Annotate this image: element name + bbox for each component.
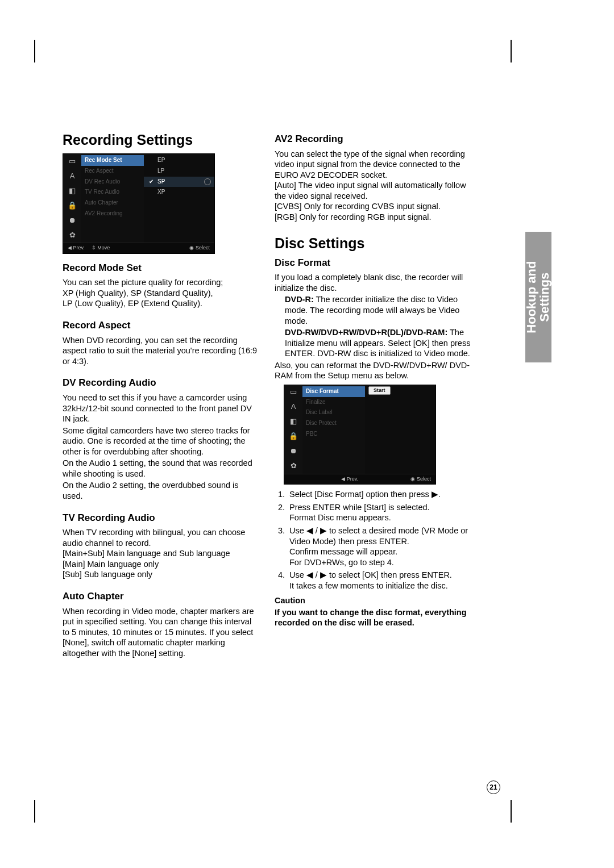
- heading-disc-format: Disc Format: [275, 257, 471, 269]
- osd-footer: ◀ Prev. ◉ Select: [284, 474, 435, 485]
- side-tab-line1: Hookup and: [525, 261, 539, 333]
- body-text: You can select the type of the signal wh…: [275, 149, 471, 181]
- osd-menu-item: Rec Mode Set: [81, 155, 144, 166]
- osd-hint-prev: ◀ Prev.: [341, 476, 358, 483]
- list-item: Select [Disc Format] option then press ▶…: [287, 489, 471, 500]
- osd-menu-item: Disc Label: [302, 407, 365, 418]
- osd-menu-item: AV2 Recording: [81, 208, 144, 219]
- body-text: [Main] Main language only: [63, 559, 259, 570]
- right-column: AV2 Recording You can select the type of…: [275, 131, 471, 660]
- osd-rec-mode-screenshot: ▭ A ◧ 🔒 ⏺ ✿ Rec Mode Set Rec Aspect DV R…: [63, 153, 215, 254]
- osd-option: LP: [144, 166, 214, 177]
- heading-record-aspect: Record Aspect: [63, 319, 259, 332]
- body-text: Also, you can reformat the DVD-RW/DVD+RW…: [275, 360, 471, 381]
- record-icon: ⏺: [67, 215, 77, 226]
- body-text: XP (High Quality), SP (Standard Quality)…: [63, 288, 259, 299]
- body-text: DVD-RW/DVD+RW/DVD+R(DL)/DVD-RAM: The Ini…: [275, 327, 471, 359]
- tv-icon: ▭: [288, 387, 298, 398]
- steps-list: Select [Disc Format] option then press ▶…: [275, 489, 471, 591]
- tv-icon: ▭: [67, 156, 77, 166]
- osd-menu-item: TV Rec Audio: [81, 187, 144, 198]
- list-item: Use ◀ / ▶ to select [OK] then press ENTE…: [287, 570, 471, 591]
- osd-menu-item: Disc Format: [302, 386, 365, 397]
- label-dvd-r: DVD-R:: [285, 295, 314, 304]
- heading-recording-settings: Recording Settings: [63, 131, 259, 149]
- label-dvd-rw: DVD-RW/DVD+RW/DVD+R(DL)/DVD-RAM:: [285, 328, 447, 337]
- body-text: [Main+Sub] Main language and Sub languag…: [63, 548, 259, 559]
- page-number: 21: [487, 781, 500, 794]
- osd-menu-item: DV Rec Audio: [81, 177, 144, 187]
- caution-heading: Caution: [275, 595, 471, 606]
- osd-option: EP: [144, 155, 214, 166]
- osd-icon-rail: ▭ A ◧ 🔒 ⏺ ✿: [284, 385, 302, 474]
- body-text: Some digital camcorders have two stereo …: [63, 425, 259, 457]
- disc-icon: ◧: [67, 186, 77, 196]
- osd-footer: ◀ Prev. ⇕ Move ◉ Select: [63, 243, 214, 253]
- heading-disc-settings: Disc Settings: [275, 234, 471, 252]
- osd-hint-select: ◉ Select: [189, 245, 210, 252]
- body-text: You can set the picture quality for reco…: [63, 277, 259, 288]
- osd-menu-item: Finalize: [302, 397, 365, 408]
- body-text: [CVBS] Only for recording CVBS input sig…: [275, 201, 471, 212]
- lock-icon: 🔒: [67, 201, 77, 211]
- body-text: When TV recording with bilingual, you ca…: [63, 527, 259, 548]
- body-text: If you load a completely blank disc, the…: [275, 272, 471, 293]
- osd-menu-item: PBC: [302, 429, 365, 440]
- body-text: DVD-R: The recorder initialize the disc …: [275, 294, 471, 326]
- left-column: Recording Settings ▭ A ◧ 🔒 ⏺ ✿ Rec Mode …: [63, 131, 259, 660]
- gear-icon: ✿: [288, 461, 298, 471]
- osd-menu-list: Rec Mode Set Rec Aspect DV Rec Audio TV …: [81, 154, 144, 243]
- start-button-graphic: Start: [368, 386, 391, 395]
- heading-auto-chapter: Auto Chapter: [63, 590, 259, 603]
- body-text: LP (Low Quality), EP (Extend Quality).: [63, 298, 259, 309]
- body-text: On the Audio 1 setting, the sound that w…: [63, 458, 259, 479]
- osd-disc-format-screenshot: ▭ A ◧ 🔒 ⏺ ✿ Disc Format Finalize Disc La…: [284, 385, 436, 485]
- body-text: [RGB] Only for recording RGB input signa…: [275, 212, 471, 223]
- osd-option: XP: [144, 187, 214, 198]
- heading-tv-recording-audio: TV Recording Audio: [63, 512, 259, 524]
- osd-hint-prev: ◀ Prev.: [68, 245, 85, 252]
- body-text: When DVD recording, you can set the reco…: [63, 335, 259, 367]
- section-side-tab: Hookup and Settings: [525, 232, 551, 362]
- disc-icon: ◧: [288, 417, 298, 427]
- heading-record-mode-set: Record Mode Set: [63, 262, 259, 274]
- list-item: Press ENTER while [Start] is selected. F…: [287, 502, 471, 523]
- osd-hint-move: ⇕ Move: [92, 245, 110, 252]
- heading-av2-recording: AV2 Recording: [275, 133, 471, 145]
- heading-dv-recording-audio: DV Recording Audio: [63, 377, 259, 389]
- body-text: [Sub] Sub language only: [63, 569, 259, 580]
- osd-options-list: EP LP ✔SP XP: [144, 154, 214, 243]
- letter-a-icon: A: [288, 402, 298, 412]
- lock-icon: 🔒: [288, 432, 298, 442]
- caution-body: If you want to change the disc format, e…: [275, 607, 471, 628]
- side-tab-line2: Settings: [538, 273, 552, 322]
- record-icon: ⏺: [288, 446, 298, 457]
- letter-a-icon: A: [67, 171, 77, 181]
- list-item: Use ◀ / ▶ to select a desired mode (VR M…: [287, 525, 471, 567]
- body-text: When recording in Video mode, chapter ma…: [63, 606, 259, 659]
- osd-menu-item: Rec Aspect: [81, 166, 144, 177]
- osd-hint-select: ◉ Select: [410, 476, 431, 483]
- body-text: On the Audio 2 setting, the overdubbed s…: [63, 480, 259, 501]
- osd-menu-item: Disc Protect: [302, 418, 365, 429]
- gear-icon: ✿: [67, 230, 77, 240]
- osd-menu-item: Auto Chapter: [81, 198, 144, 208]
- osd-options-list: Start: [365, 385, 435, 474]
- body-text: [Auto] The video input signal will autom…: [275, 180, 471, 201]
- osd-icon-rail: ▭ A ◧ 🔒 ⏺ ✿: [63, 154, 81, 243]
- osd-option-selected: ✔SP: [144, 177, 214, 187]
- osd-menu-list: Disc Format Finalize Disc Label Disc Pro…: [302, 385, 365, 474]
- body-text: You need to set this if you have a camco…: [63, 393, 259, 424]
